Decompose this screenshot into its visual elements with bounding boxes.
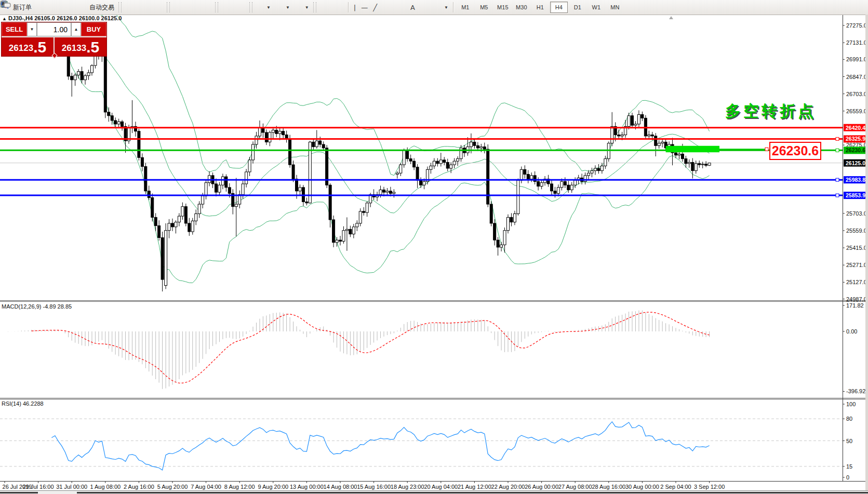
price-chip: 26325.9 (844, 135, 867, 142)
symbol-marker-icon: ▲ (2, 16, 7, 21)
hline-anchor[interactable] (836, 194, 839, 197)
price-tick-label: 25127.0 (846, 279, 867, 285)
macd-signal-line (32, 312, 710, 383)
cn-annotation-text[interactable]: 多空转折点 (725, 101, 816, 122)
hline-anchor[interactable] (836, 178, 839, 181)
svg-text:26230.6: 26230.6 (846, 147, 865, 153)
buy-price[interactable]: 26133.5 (54, 37, 106, 56)
svg-text:25983.8: 25983.8 (846, 177, 865, 183)
time-axis-label: 29 Jul 16:00 (23, 484, 54, 490)
price-tick-label: 24987.0 (846, 296, 867, 302)
volume-input[interactable] (37, 22, 71, 36)
price-tick-label: 26847.0 (846, 74, 867, 80)
hline-anchor[interactable] (836, 137, 839, 140)
time-axis-label: 14 Aug 08:00 (324, 484, 357, 490)
svg-text:26420.4: 26420.4 (846, 125, 865, 131)
symbol-period: DJ30-,H4 (8, 15, 33, 21)
price-tick-label: 25271.0 (846, 262, 867, 268)
price-tick-label: 27275.0 (846, 22, 867, 29)
svg-text:26125.0: 26125.0 (846, 160, 865, 166)
time-axis-label: 31 Jul 00:00 (56, 484, 87, 490)
hline-anchor[interactable] (836, 149, 839, 152)
macd-tick-label: 171.82 (846, 302, 864, 309)
time-axis-label: 26 Aug 00:00 (525, 484, 558, 490)
bollinger-band (69, 35, 710, 216)
macd-pane[interactable] (5, 311, 710, 389)
time-axis-label: 3 Sep 12:00 (694, 484, 725, 490)
highlight-zone[interactable] (666, 146, 719, 152)
price-chip: 25853.9 (844, 192, 867, 199)
time-axis-label: 2 Sep 04:00 (660, 484, 691, 490)
rsi-tick-label: 80 (846, 416, 852, 422)
rsi-line (51, 422, 709, 470)
svg-text:25853.9: 25853.9 (846, 192, 865, 198)
sell-price[interactable]: 26123.5 (2, 37, 54, 56)
scroll-marker-icon (669, 16, 673, 19)
time-axis-label: 9 Aug 20:00 (258, 484, 288, 490)
price-chip: 25983.8 (844, 176, 867, 183)
time-axis-label: 21 Aug 12:00 (458, 484, 491, 490)
volume-up-button[interactable]: ▲ (71, 22, 81, 36)
time-axis-label: 22 Aug 20:00 (491, 484, 525, 490)
time-axis-label: 5 Aug 20:00 (157, 484, 188, 490)
macd-pane-label: MACD(12,26,9) -4.89 28.85 (2, 303, 72, 310)
time-axis-label: 28 Aug 16:00 (592, 484, 625, 490)
time-axis-label: 18 Aug 23:00 (391, 484, 424, 490)
macd-tick-label: 0.00 (846, 328, 857, 335)
macd-tick-label: -396.92 (846, 388, 865, 394)
ohlc-values: 26105.0 26126.0 26100.0 26125.0 (34, 15, 122, 21)
time-axis-label: 7 Aug 04:00 (191, 484, 221, 490)
price-tick-label: 26703.0 (846, 91, 867, 97)
price-tick-label: 26559.0 (846, 108, 867, 114)
price-tick-label: 27131.0 (846, 39, 867, 46)
chart-title: ▲ DJ30-,H4 26105.0 26126.0 26100.0 26125… (2, 15, 122, 21)
rsi-tick-label: 100 (846, 401, 856, 407)
rsi-tick-label: 0 (846, 474, 849, 480)
rsi-tick-label: 50 (846, 438, 852, 444)
chart-area[interactable]: 27275.027131.026991.026847.026703.026559… (0, 0, 868, 494)
volume-down-button[interactable]: ▼ (27, 22, 37, 36)
time-axis-label: 8 Aug 12:00 (224, 484, 255, 490)
price-chip: 26230.6 (844, 146, 867, 154)
horizontal-scrollbar[interactable] (0, 490, 868, 494)
price-tick-label: 26991.0 (846, 56, 867, 62)
svg-text:26325.9: 26325.9 (846, 136, 865, 142)
time-axis-label: 1 Aug 08:00 (90, 484, 121, 490)
one-click-trading-panel: SELL ▼ ▲ BUY 26123.5 26133.5 (1, 22, 107, 57)
window-right-edge (865, 15, 868, 490)
price-tick-label: 25703.0 (846, 210, 867, 217)
candlesticks[interactable] (4, 25, 711, 291)
price-tick-label: 25559.0 (846, 228, 867, 234)
price-chip: 26420.4 (844, 124, 867, 131)
price-tick-label: 25415.0 (846, 245, 867, 251)
price-callout-box[interactable]: 26230.6 (769, 142, 821, 160)
time-axis-label: 30 Aug 00:00 (625, 484, 659, 490)
time-axis-label: 13 Aug 00:00 (290, 484, 324, 490)
rsi-pane-label: RSI(14) 46.2288 (2, 400, 44, 407)
time-axis-label: 15 Aug 16:00 (357, 484, 391, 490)
mt4-window: 新订单 自动交易 (0, 0, 868, 494)
main-pane[interactable] (0, 5, 843, 291)
time-axis-label: 20 Aug 04:00 (424, 484, 458, 490)
rsi-tick-label: 15 (846, 463, 852, 470)
time-axis-label: 27 Aug 08:00 (558, 484, 592, 490)
price-chip: 26125.0 (844, 159, 867, 167)
time-axis-label: 2 Aug 16:00 (124, 484, 154, 490)
callout-anchor[interactable] (765, 148, 768, 151)
sell-button[interactable]: SELL (2, 22, 27, 36)
rsi-pane[interactable] (0, 419, 843, 470)
buy-button[interactable]: BUY (81, 22, 106, 36)
